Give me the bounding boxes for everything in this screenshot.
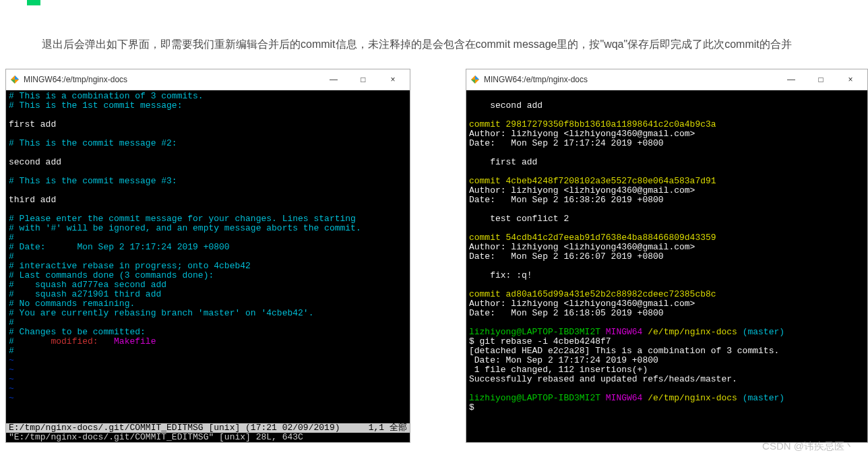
commit-hash: commit 4cbeb4248f7208102a3e5527c80e064a5…: [469, 176, 716, 186]
log-msg: fix: :q!: [469, 270, 532, 280]
comment-line: # No commands remaining.: [9, 299, 135, 309]
minimize-button[interactable]: —: [325, 73, 342, 86]
commit-msg: second add: [9, 157, 61, 167]
log-msg: second add: [469, 100, 542, 111]
commit-hash: commit ad80a165d99a431e52b2c88982cdeec72…: [469, 289, 716, 299]
log-terminal[interactable]: second add commit 29817279350f8bb13610a1…: [466, 90, 867, 442]
prompt-branch: (master): [737, 327, 784, 337]
comment-line: #: [9, 251, 14, 262]
date-line: Date: Mon Sep 2 16:18:05 2019 +0800: [469, 308, 664, 318]
svg-marker-4: [475, 75, 479, 80]
modified-file: Makefile: [114, 336, 156, 346]
svg-marker-2: [11, 80, 15, 84]
accent-bar: [27, 0, 40, 5]
maximize-button[interactable]: □: [812, 73, 830, 86]
intro-paragraph: 退出后会弹出如下界面，即需要我们重新编辑合并后的commit信息，未注释掉的是会…: [0, 0, 868, 69]
log-window: MINGW64:/e/tmp/nginx-docs — □ × second a…: [466, 69, 868, 443]
close-button[interactable]: ×: [384, 73, 402, 86]
windows-row: MINGW64:/e/tmp/nginx-docs — □ × # This i…: [0, 69, 868, 443]
comment-line: # interactive rebase in progress; onto 4…: [9, 261, 251, 271]
author-line: Author: lizhiyong <lizhiyong4360@gmail.c…: [469, 299, 695, 309]
modified-label: modified:: [14, 336, 114, 346]
date-line: Date: Mon Sep 2 16:26:07 2019 +0800: [469, 251, 664, 262]
watermark: CSDN @讳疾忌医丶: [762, 440, 855, 453]
comment-line: #: [9, 317, 14, 328]
vim-tilde: ~: [9, 365, 14, 375]
window-title: MINGW64:/e/tmp/nginx-docs: [24, 75, 325, 84]
author-line: Author: lizhiyong <lizhiyong4360@gmail.c…: [469, 242, 695, 252]
date-line: Date: Mon Sep 2 17:17:24 2019 +0800: [469, 138, 664, 148]
comment-line: # with '#' will be ignored, and an empty…: [9, 223, 361, 233]
comment-line: # squash a271901 third add: [9, 289, 161, 299]
window-controls: — □ ×: [325, 73, 406, 86]
prompt-path: /e/tmp/nginx-docs: [642, 393, 737, 403]
comment-line: # You are currently rebasing branch 'mas…: [9, 308, 313, 318]
prompt-user: lizhiyong@LAPTOP-IBD3MI2T: [469, 327, 600, 337]
mingw-icon: [10, 75, 20, 84]
command-prompt: $: [469, 402, 474, 413]
commit-msg: first add: [9, 119, 56, 129]
title-bar: MINGW64:/e/tmp/nginx-docs — □ ×: [466, 69, 867, 90]
comment-line: # Last commands done (3 commands done):: [9, 270, 214, 280]
output: Date: Mon Sep 2 17:17:24 2019 +0800: [469, 355, 658, 365]
commit-hash: commit 54cdb41c2d7eeab91d7638e4ba8846680…: [469, 233, 716, 243]
output: Successfully rebased and updated refs/he…: [469, 374, 737, 384]
comment-line: # This is the commit message #2:: [9, 138, 177, 148]
comment-line: #: [9, 233, 14, 243]
svg-marker-5: [471, 80, 475, 84]
comment-line: #: [9, 336, 14, 346]
title-bar: MINGW64:/e/tmp/nginx-docs — □ ×: [6, 69, 410, 90]
prompt-host: MINGW64: [600, 393, 642, 403]
author-line: Author: lizhiyong <lizhiyong4360@gmail.c…: [469, 129, 695, 139]
status-pos: 1,1 全部: [369, 423, 407, 433]
svg-marker-1: [15, 75, 19, 80]
comment-line: # Please enter the commit message for yo…: [9, 214, 356, 224]
comment-line: # squash ad777ea second add: [9, 280, 166, 290]
comment-line: # This is the commit message #3:: [9, 176, 177, 186]
vim-tilde: ~: [9, 355, 14, 365]
prompt-user: lizhiyong@LAPTOP-IBD3MI2T: [469, 393, 600, 403]
window-controls: — □ ×: [782, 73, 863, 86]
prompt-path: /e/tmp/nginx-docs: [642, 327, 737, 337]
commit-msg: third add: [9, 195, 56, 205]
output: [detached HEAD e2c2a28] This is a combin…: [469, 346, 779, 356]
log-msg: first add: [469, 157, 537, 167]
vim-tilde: ~: [9, 393, 14, 403]
comment-line: # Changes to be committed:: [9, 327, 146, 337]
close-button[interactable]: ×: [842, 73, 859, 86]
status-file: E:/tmp/nginx-docs/.git/COMMIT_EDITMSG [u…: [9, 423, 340, 433]
prompt-branch: (master): [737, 393, 784, 403]
commit-hash: commit 29817279350f8bb13610a11898641c2c0…: [469, 119, 716, 129]
vim-status-bar: E:/tmp/nginx-docs/.git/COMMIT_EDITMSG [u…: [6, 423, 410, 442]
editor-window: MINGW64:/e/tmp/nginx-docs — □ × # This i…: [5, 69, 410, 443]
mingw-icon: [470, 75, 480, 84]
prompt-host: MINGW64: [600, 327, 642, 337]
author-line: Author: lizhiyong <lizhiyong4360@gmail.c…: [469, 185, 695, 195]
vim-tilde: ~: [9, 374, 14, 384]
comment-line: #: [9, 346, 14, 356]
date-line: Date: Mon Sep 2 16:38:26 2019 +0800: [469, 195, 664, 205]
minimize-button[interactable]: —: [782, 73, 800, 86]
vim-tilde: ~: [9, 384, 14, 394]
comment-line: # This is a combination of 3 commits.: [9, 91, 204, 101]
window-title: MINGW64:/e/tmp/nginx-docs: [484, 75, 782, 84]
editor-terminal[interactable]: # This is a combination of 3 commits. # …: [6, 90, 410, 423]
comment-line: # This is the 1st commit message:: [9, 100, 182, 111]
output: 1 file changed, 112 insertions(+): [469, 365, 648, 375]
log-msg: test conflict 2: [469, 214, 569, 224]
maximize-button[interactable]: □: [354, 73, 372, 86]
comment-line: # Date: Mon Sep 2 17:17:24 2019 +0800: [9, 242, 230, 252]
command: $ git rebase -i 4cbeb4248f7: [469, 336, 611, 346]
status-info: "E:/tmp/nginx-docs/.git/COMMIT_EDITMSG" …: [6, 433, 410, 442]
